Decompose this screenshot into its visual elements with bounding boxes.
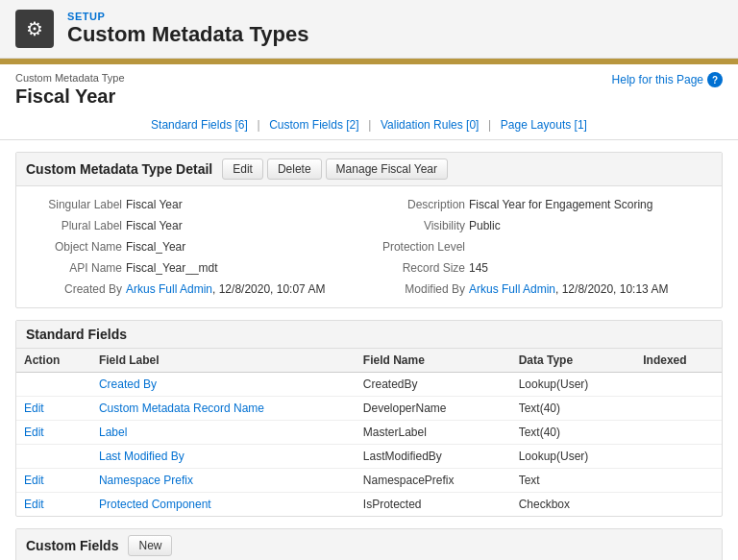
col-data-type: Data Type [511,349,636,373]
tab-validation-rules[interactable]: Validation Rules [0] [381,118,480,132]
plural-label-row: Plural Label Fiscal Year [26,217,369,234]
data-type-cell: Lookup(User) [511,445,636,469]
data-type-cell: Text(40) [511,397,636,421]
setup-icon: ⚙ [15,10,54,48]
data-type-cell: Text [511,469,636,493]
action-cell [16,373,91,397]
edit-action-link[interactable]: Edit [24,402,44,415]
field-label-link[interactable]: Namespace Prefix [99,474,193,487]
object-name-row: Object Name Fiscal_Year [26,238,369,256]
field-label-link[interactable]: Last Modified By [99,450,184,463]
table-row: Edit Custom Metadata Record Name Develop… [16,397,722,421]
detail-buttons: Edit Delete Manage Fiscal Year [222,158,448,180]
detail-section-title: Custom Metadata Type Detail [26,161,212,177]
new-button[interactable]: New [128,535,172,556]
field-label-cell: Last Modified By [91,445,356,469]
visibility-value: Public [469,219,501,232]
field-name-cell: NamespacePrefix [356,469,511,493]
indexed-cell [635,373,722,397]
table-row: Last Modified By LastModifiedBy Lookup(U… [16,445,722,469]
action-cell: Edit [16,421,91,445]
modified-by-row: Modified By Arkus Full Admin, 12/8/2020,… [369,280,712,298]
created-by-link[interactable]: Arkus Full Admin [126,282,212,296]
table-row: Edit Label MasterLabel Text(40) [16,421,722,445]
action-cell: Edit [16,469,91,493]
singular-label-value: Fiscal Year [126,198,183,211]
header-text: SETUP Custom Metadata Types [67,11,308,47]
field-label-cell: Label [91,421,356,445]
edit-action-link[interactable]: Edit [24,498,44,511]
field-label-cell: Namespace Prefix [91,469,356,493]
indexed-cell [635,445,722,469]
record-title: Fiscal Year [15,85,125,108]
visibility-row: Visibility Public [369,217,712,234]
description-row: Description Fiscal Year for Engagement S… [369,196,712,213]
delete-button[interactable]: Delete [267,158,322,180]
edit-action-link[interactable]: Edit [24,426,44,439]
visibility-label: Visibility [369,219,465,232]
col-field-name: Field Name [356,349,511,373]
detail-section: Custom Metadata Type Detail Edit Delete … [15,152,723,308]
detail-section-header: Custom Metadata Type Detail Edit Delete … [16,153,722,186]
page-title: Custom Metadata Types [67,22,308,47]
field-label-link[interactable]: Protected Component [99,498,211,511]
custom-fields-title: Custom Fields [26,538,118,553]
object-name-label: Object Name [26,240,122,254]
created-by-row: Created By Arkus Full Admin, 12/8/2020, … [26,280,369,298]
field-label-link[interactable]: Custom Metadata Record Name [99,402,264,415]
modified-by-label: Modified By [369,282,465,296]
created-by-label: Created By [26,282,122,296]
help-label: Help for this Page [612,73,703,86]
col-indexed: Indexed [635,349,722,373]
manage-button[interactable]: Manage Fiscal Year [326,158,448,180]
plural-label-label: Plural Label [26,219,122,232]
tab-custom-fields[interactable]: Custom Fields [2] [269,118,358,132]
created-by-value: Arkus Full Admin, 12/8/2020, 10:07 AM [126,282,325,296]
action-cell: Edit [16,493,91,517]
field-name-cell: IsProtected [356,493,511,517]
setup-label: SETUP [67,11,308,22]
record-size-value: 145 [469,261,488,275]
description-label: Description [369,198,465,211]
tab-nav: Standard Fields [6] | Custom Fields [2] … [0,111,738,140]
field-label-cell: Protected Component [91,493,356,517]
indexed-cell [635,397,722,421]
tab-page-layouts[interactable]: Page Layouts [1] [501,118,587,132]
action-cell: Edit [16,397,91,421]
col-action: Action [16,349,91,373]
standard-fields-section: Standard Fields Action Field Label Field… [15,320,723,517]
table-row: Edit Namespace Prefix NamespacePrefix Te… [16,469,722,493]
api-name-label: API Name [26,261,122,275]
field-label-link[interactable]: Label [99,426,127,439]
protection-level-label: Protection Level [369,240,465,254]
field-label-cell: Custom Metadata Record Name [91,397,356,421]
object-name-value: Fiscal_Year [126,240,185,254]
field-name-cell: MasterLabel [356,421,511,445]
help-link[interactable]: Help for this Page ? [612,72,723,87]
plural-label-value: Fiscal Year [126,219,183,232]
edit-action-link[interactable]: Edit [24,474,44,487]
detail-col-right: Description Fiscal Year for Engagement S… [369,196,712,298]
help-badge: ? [707,72,723,87]
description-value: Fiscal Year for Engagement Scoring [469,198,652,211]
modified-by-link[interactable]: Arkus Full Admin [469,282,555,296]
custom-fields-header: Custom Fields New [16,529,722,560]
field-name-cell: LastModifiedBy [356,445,511,469]
tab-standard-fields[interactable]: Standard Fields [6] [151,118,248,132]
record-size-row: Record Size 145 [369,259,712,277]
standard-fields-table: Action Field Label Field Name Data Type … [16,349,722,516]
detail-grid: Singular Label Fiscal Year Plural Label … [16,186,722,307]
table-row: Edit Protected Component IsProtected Che… [16,493,722,517]
edit-button[interactable]: Edit [222,158,263,180]
breadcrumb-label: Custom Metadata Type [15,72,125,84]
api-name-value: Fiscal_Year__mdt [126,261,218,275]
data-type-cell: Lookup(User) [511,373,636,397]
field-label-link[interactable]: Created By [99,377,157,391]
field-name-cell: CreatedBy [356,373,511,397]
api-name-row: API Name Fiscal_Year__mdt [26,259,369,277]
field-name-cell: DeveloperName [356,397,511,421]
breadcrumb-area: Custom Metadata Type Fiscal Year Help fo… [0,64,738,111]
standard-fields-header: Standard Fields [16,321,722,349]
field-label-cell: Created By [91,373,356,397]
indexed-cell [635,421,722,445]
